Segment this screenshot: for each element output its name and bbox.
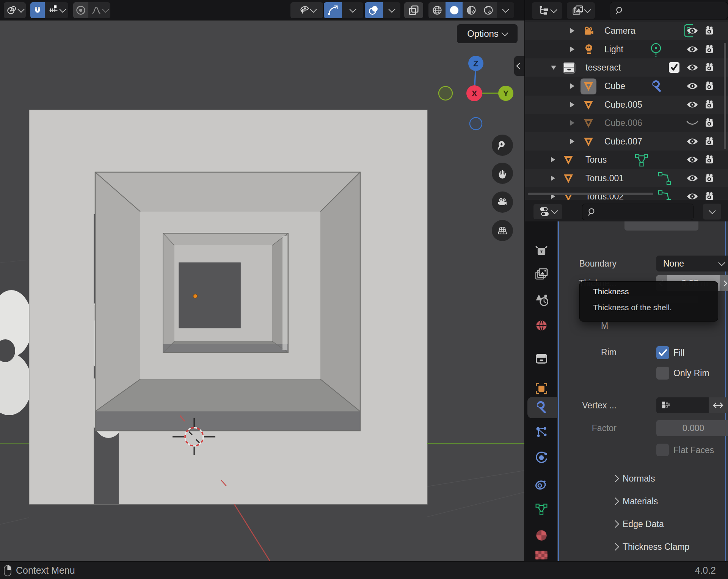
- eye-icon[interactable]: [686, 136, 699, 147]
- slider-right-arrow[interactable]: [720, 275, 728, 291]
- vertex-group-invert-button[interactable]: [709, 397, 728, 413]
- outliner-row-camera[interactable]: Camera: [525, 22, 728, 40]
- boundary-dropdown[interactable]: None: [656, 256, 728, 271]
- collapse-arrow-icon[interactable]: [551, 66, 556, 70]
- expand-arrow-icon[interactable]: [551, 157, 555, 162]
- render-visibility-camera-icon[interactable]: [703, 154, 716, 166]
- properties-options-dropdown[interactable]: [703, 204, 721, 220]
- outliner-display-mode-button[interactable]: [567, 2, 595, 19]
- object-label[interactable]: Cube.005: [604, 96, 642, 114]
- perspective-toggle-button[interactable]: [492, 220, 513, 241]
- transform-gizmos-toggle[interactable]: [324, 2, 342, 18]
- render-visibility-camera-icon[interactable]: [703, 25, 716, 37]
- tab-object-data[interactable]: [535, 503, 548, 516]
- render-visibility-camera-icon[interactable]: [703, 99, 716, 111]
- eye-icon[interactable]: [686, 154, 699, 165]
- outliner-row-tesseract-collection[interactable]: tesseract: [525, 58, 728, 77]
- shading-material-button[interactable]: [463, 2, 480, 18]
- tab-tool[interactable]: [535, 245, 548, 258]
- overlays-toggle[interactable]: [365, 2, 383, 18]
- expand-arrow-icon[interactable]: [570, 28, 574, 33]
- transform-orientation-button[interactable]: [4, 2, 26, 18]
- tab-particles[interactable]: [535, 425, 548, 439]
- section-thickness-clamp[interactable]: Thickness Clamp: [613, 539, 689, 554]
- tab-object[interactable]: [535, 382, 548, 395]
- section-normals[interactable]: Normals: [613, 471, 655, 486]
- vertex-group-field[interactable]: [656, 397, 709, 413]
- object-label[interactable]: Camera: [604, 22, 635, 40]
- object-label[interactable]: Torus: [585, 151, 607, 169]
- outliner-search-input[interactable]: [610, 2, 728, 19]
- section-materials[interactable]: Materials: [613, 494, 658, 509]
- axis-navigation-gizmo[interactable]: Z X Y: [432, 34, 519, 133]
- tab-world[interactable]: [535, 319, 548, 332]
- tab-view-layer[interactable]: [535, 268, 548, 281]
- eye-icon[interactable]: [686, 99, 699, 110]
- gizmo-visibility-dropdown[interactable]: [290, 2, 323, 18]
- object-label[interactable]: Cube.006: [604, 114, 642, 132]
- overlays-dropdown[interactable]: [383, 2, 400, 18]
- eye-icon[interactable]: [686, 81, 699, 91]
- outliner-row-light[interactable]: Light: [525, 40, 728, 58]
- shading-rendered-button[interactable]: [480, 2, 497, 18]
- outliner-editor-type-button[interactable]: [532, 2, 562, 19]
- section-edge-data[interactable]: Edge Data: [613, 516, 664, 532]
- expand-arrow-icon[interactable]: [570, 47, 574, 52]
- camera-view-button[interactable]: [492, 191, 513, 213]
- tab-texture[interactable]: [535, 550, 548, 560]
- tab-output[interactable]: [535, 352, 548, 366]
- outliner-horizontal-scrollbar[interactable]: [528, 193, 653, 195]
- properties-search-input[interactable]: [582, 204, 693, 220]
- tab-modifiers-active[interactable]: [535, 401, 548, 414]
- expand-arrow-icon[interactable]: [551, 176, 555, 181]
- shading-dropdown[interactable]: [497, 2, 514, 18]
- eye-icon[interactable]: [686, 25, 699, 36]
- factor-slider-disabled[interactable]: 0.000: [656, 420, 728, 436]
- shading-solid-button[interactable]: [446, 2, 463, 18]
- eye-icon[interactable]: [686, 44, 699, 55]
- render-visibility-camera-icon[interactable]: [703, 43, 716, 55]
- snap-toggle-button[interactable]: [30, 2, 45, 18]
- outliner-row-torus-001[interactable]: Torus.001: [525, 169, 728, 187]
- eye-icon[interactable]: [686, 191, 699, 200]
- zoom-button[interactable]: [492, 135, 513, 156]
- tab-constraints[interactable]: [535, 477, 548, 491]
- pan-button[interactable]: [492, 163, 513, 184]
- outliner-row-cube-005[interactable]: Cube.005: [525, 96, 728, 114]
- render-visibility-camera-icon[interactable]: [703, 80, 716, 92]
- render-visibility-camera-icon[interactable]: [703, 172, 716, 184]
- object-label[interactable]: Light: [604, 40, 623, 58]
- gizmo-dropdown[interactable]: [342, 2, 363, 18]
- eye-icon[interactable]: [686, 62, 699, 73]
- tab-material[interactable]: [535, 529, 548, 542]
- outliner-row-cube[interactable]: Cube: [525, 77, 728, 95]
- outliner-row-torus[interactable]: Torus: [525, 151, 728, 169]
- proportional-editing-button[interactable]: [73, 2, 88, 18]
- render-visibility-camera-icon[interactable]: [703, 117, 716, 129]
- proportional-falloff-dropdown[interactable]: [88, 2, 110, 18]
- tab-physics[interactable]: [535, 451, 548, 464]
- expand-arrow-icon[interactable]: [570, 139, 574, 144]
- outliner-row-cube-007[interactable]: Cube.007: [525, 132, 728, 151]
- object-label[interactable]: Torus.001: [585, 169, 624, 187]
- eye-closed-icon[interactable]: [686, 119, 699, 127]
- snap-with-dropdown[interactable]: [45, 2, 68, 18]
- tab-scene[interactable]: [535, 293, 548, 306]
- expand-arrow-icon[interactable]: [570, 83, 574, 89]
- expand-arrow-icon[interactable]: [570, 102, 574, 107]
- object-label[interactable]: Cube: [604, 77, 625, 95]
- collection-checkbox-checked[interactable]: [668, 62, 680, 73]
- fill-checkbox-checked[interactable]: [656, 346, 669, 359]
- expand-arrow-icon[interactable]: [570, 120, 574, 126]
- properties-editor-type-button[interactable]: [533, 204, 562, 219]
- render-visibility-camera-icon[interactable]: [703, 61, 716, 74]
- render-visibility-camera-icon[interactable]: [703, 135, 716, 147]
- only-rim-checkbox[interactable]: [656, 367, 669, 380]
- object-label[interactable]: Cube.007: [604, 132, 642, 151]
- shading-wireframe-button[interactable]: [428, 2, 446, 18]
- outliner-row-cube-006[interactable]: Cube.006: [525, 114, 728, 132]
- collection-label[interactable]: tesseract: [585, 58, 621, 77]
- eye-icon[interactable]: [686, 173, 699, 184]
- xray-toggle[interactable]: [404, 2, 423, 18]
- render-visibility-camera-icon[interactable]: [703, 190, 716, 200]
